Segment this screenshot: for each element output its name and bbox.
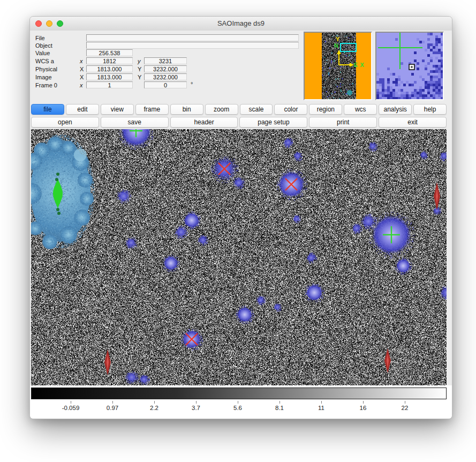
menu-file[interactable]: file [31,104,64,115]
degree-label: ° [191,81,193,87]
physical-y-field[interactable] [144,65,187,72]
sky-image-canvas[interactable] [31,129,447,385]
panner-panel[interactable] [304,32,372,100]
colorbar-tick [112,401,113,404]
wcs-x-label: x [80,58,83,64]
file-submenu-bar: opensaveheaderpage setupprintexit [31,117,447,128]
colorbar-tick [71,401,71,404]
colorbar-tick-label: 0.97 [107,405,118,411]
colorbar-tick-label: 11 [318,405,324,411]
frame-zoom-field[interactable] [86,81,133,88]
colorbar-tick [154,401,155,404]
menu-wcs[interactable]: wcs [344,104,377,115]
menu-save[interactable]: save [101,117,169,128]
frame-rotate-field[interactable] [144,81,187,88]
frame-label: Frame 0 [35,82,57,88]
menu-color[interactable]: color [274,104,307,115]
colorbar-zone: -0.0590.972.23.75.68.1111622 [30,385,452,419]
colorbar-tick [196,401,197,404]
menu-frame[interactable]: frame [135,104,169,115]
menu-help[interactable]: help [413,104,447,115]
info-row-object: Object [30,42,303,49]
colorbar-tick [321,401,322,404]
frame-x-label: x [80,82,83,88]
file-label: File [35,35,45,41]
file-field[interactable] [86,34,299,41]
value-field[interactable] [86,49,133,56]
magnifier-panel [375,32,444,100]
wcs-y-label: y [138,58,141,64]
magnifier-canvas [376,33,443,99]
image-label: Image [35,74,52,80]
menu-header[interactable]: header [170,117,238,128]
info-panel: File Object Value WCS a x y Physical X [30,31,452,102]
info-row-value: Value [30,49,303,57]
colorbar-tick-label: -0.059 [62,405,80,411]
window-title: SAOImage ds9 [30,19,452,27]
colorbar-tick-label: 8.1 [275,405,284,411]
colorbar-tick-label: 5.6 [233,405,242,411]
menu-edit[interactable]: edit [66,104,99,115]
menu-open[interactable]: open [31,117,99,128]
colorbar-tick [238,401,238,404]
ds9-window: SAOImage ds9 File Object Value WCS a x y [29,16,452,419]
colorbar-tick-label: 22 [402,405,409,411]
wcs-x-field[interactable] [86,57,133,64]
colorbar-tick [363,401,364,404]
colorbar-tick-label: 16 [360,405,367,411]
colorbar-tick [405,401,405,404]
desktop: SAOImage ds9 File Object Value WCS a x y [0,0,476,462]
physical-x-label: X [80,66,84,72]
menu-region[interactable]: region [309,104,342,115]
menu-print[interactable]: print [309,117,377,128]
menu-view[interactable]: view [101,104,134,115]
image-display[interactable] [31,129,447,385]
menu-page-setup[interactable]: page setup [239,117,307,128]
object-field[interactable] [86,42,299,49]
colorbar-tick [279,401,280,404]
image-x-label: X [80,74,84,80]
info-row-image: Image X Y [30,73,303,81]
info-row-frame: Frame 0 x ° [30,81,303,89]
image-x-field[interactable] [86,73,133,80]
colorbar-tick-label: 3.7 [192,405,200,411]
object-label: Object [35,42,52,49]
menu-bar: fileeditviewframebinzoomscalecolorregion… [31,104,447,115]
menu-bin[interactable]: bin [170,104,203,115]
wcs-label: WCS a [35,58,54,64]
menu-zoom[interactable]: zoom [205,104,238,115]
colorbar-ticks: -0.0590.972.23.75.68.1111622 [31,400,447,418]
title-bar[interactable]: SAOImage ds9 [30,17,452,31]
wcs-y-field[interactable] [144,57,187,64]
colorbar-tick-label: 2.2 [150,405,158,411]
info-row-physical: Physical X Y [30,65,303,73]
info-row-wcs: WCS a x y [30,57,303,65]
physical-y-label: Y [138,66,141,72]
image-y-field[interactable] [144,73,187,80]
colorbar[interactable] [31,388,447,399]
physical-x-field[interactable] [86,65,133,72]
info-row-file: File [30,34,303,42]
physical-label: Physical [35,66,57,72]
menu-scale[interactable]: scale [240,104,273,115]
menu-analysis[interactable]: analysis [379,104,412,115]
value-label: Value [35,50,50,56]
panner-canvas[interactable] [305,33,371,99]
menu-exit[interactable]: exit [379,117,447,128]
image-y-label: Y [138,74,141,80]
